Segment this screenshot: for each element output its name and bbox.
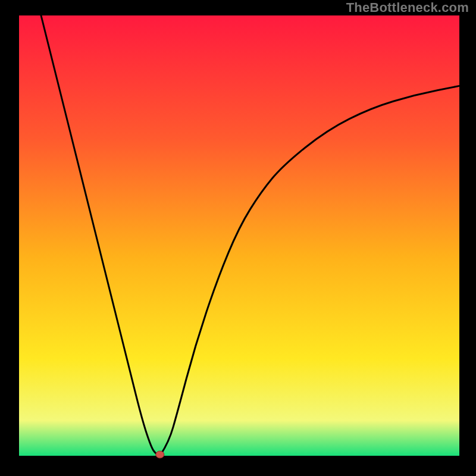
bottleneck-chart [0, 0, 476, 476]
minimum-marker-dot [156, 451, 164, 458]
plot-area [19, 15, 459, 456]
watermark-text: TheBottleneck.com [346, 0, 469, 15]
chart-stage: TheBottleneck.com [0, 0, 476, 476]
